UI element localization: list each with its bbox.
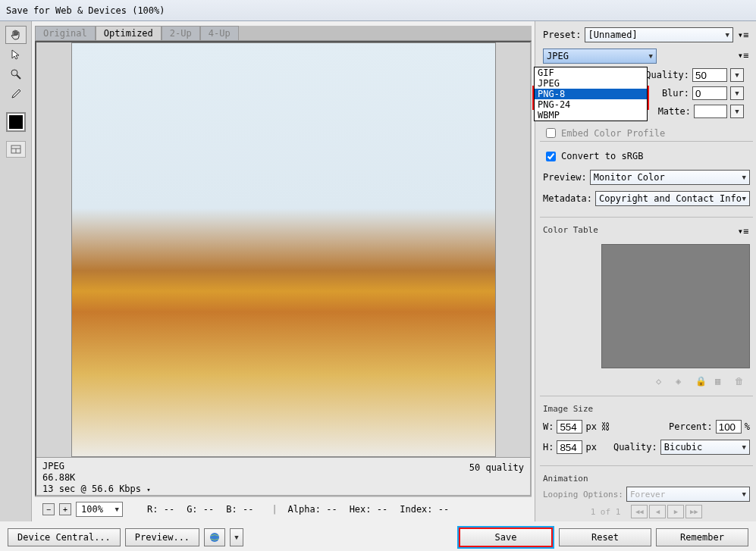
quality-input[interactable] — [692, 68, 727, 82]
svg-line-1 — [17, 75, 20, 79]
resample-combo[interactable]: Bicubic ▼ — [660, 440, 750, 455]
slices-icon — [11, 145, 21, 154]
loop-label: Looping Options: — [543, 490, 623, 499]
hand-tool[interactable] — [5, 26, 27, 44]
tab-optimized[interactable]: Optimized — [96, 26, 162, 40]
image-size-title: Image Size — [543, 404, 750, 414]
canvas-frame: JPEG 66.88K 13 sec @ 56.6 Kbps ▾ 50 qual… — [35, 41, 532, 496]
status-time: 13 sec @ 56.6 Kbps — [42, 484, 141, 494]
loop-value: Forever — [630, 490, 665, 499]
browser-preview-button[interactable] — [204, 528, 225, 546]
reset-button[interactable]: Reset — [559, 528, 651, 546]
zoom-in-button[interactable]: + — [59, 503, 71, 515]
readout-g: G: -- — [187, 504, 214, 515]
readout-b: B: -- — [226, 504, 253, 515]
embed-color-profile-checkbox[interactable] — [546, 128, 556, 138]
format-option-gif[interactable]: GIF — [535, 67, 647, 78]
hand-icon — [10, 29, 22, 41]
preview-combo[interactable]: Monitor Color ▼ — [590, 170, 750, 185]
format-option-wbmp[interactable]: WBMP — [535, 110, 647, 121]
format-combo[interactable]: JPEG ▼ — [543, 49, 657, 64]
srgb-label: Convert to sRGB — [561, 151, 643, 161]
percent-label: Percent: — [669, 421, 713, 432]
zoom-value: 100% — [81, 504, 103, 515]
readout-hex: Hex: -- — [350, 504, 388, 515]
blur-label: Blur: — [662, 88, 689, 99]
tab-4up[interactable]: 4-Up — [200, 26, 239, 40]
eyedropper-tool[interactable] — [5, 85, 27, 103]
loop-combo: Forever ▼ — [626, 487, 750, 502]
link-icon[interactable]: ⛓ — [601, 421, 610, 432]
zoom-icon — [10, 68, 22, 80]
device-central-button[interactable]: Device Central... — [8, 528, 121, 546]
ct-trash-icon: 🗑 — [735, 376, 745, 387]
colortable-flyout-icon[interactable]: ▾≡ — [736, 226, 750, 236]
status-strip: JPEG 66.88K 13 sec @ 56.6 Kbps ▾ 50 qual… — [36, 457, 530, 495]
color-table[interactable] — [601, 244, 750, 368]
format-option-png24[interactable]: PNG-24 — [535, 99, 647, 110]
pointer-icon — [10, 49, 22, 61]
chevron-down-icon: ▼ — [649, 52, 653, 60]
readout-r: R: -- — [147, 504, 174, 515]
matte-spinner[interactable]: ▼ — [730, 105, 744, 118]
eyedropper-icon — [10, 88, 22, 100]
remember-button[interactable]: Remember — [656, 528, 748, 546]
prev-frame-button: ◀ — [649, 505, 666, 518]
center-canvas-panel: Original Optimized 2-Up 4-Up JPEG 66.88K… — [32, 21, 535, 521]
status-format: JPEG — [42, 461, 151, 472]
ct-pick-icon: ◇ — [656, 376, 667, 387]
toggle-slices-button[interactable] — [6, 141, 26, 158]
width-input[interactable] — [557, 420, 582, 434]
format-dropdown-list[interactable]: GIF JPEG PNG-8 PNG-24 WBMP — [534, 67, 648, 121]
preview-button[interactable]: Preview... — [125, 528, 199, 546]
height-input[interactable] — [557, 440, 582, 454]
format-flyout-icon[interactable]: ▾≡ — [736, 50, 750, 61]
preset-flyout-icon[interactable]: ▾≡ — [736, 30, 750, 40]
next-frame-button: ▶ — [667, 505, 684, 518]
save-button[interactable]: Save — [460, 528, 552, 546]
chevron-down-icon: ▼ — [115, 506, 119, 513]
h-label: H: — [543, 442, 554, 452]
globe-icon — [209, 532, 220, 543]
zoom-combo[interactable]: 100% ▼ — [76, 502, 123, 517]
first-frame-button: ◀◀ — [631, 505, 648, 518]
info-bar: − + 100% ▼ R: -- G: -- B: -- | Alpha: --… — [35, 496, 532, 521]
window-title: Save for Web & Devices (100%) — [6, 5, 165, 16]
preview-image — [71, 42, 496, 457]
window-titlebar: Save for Web & Devices (100%) — [0, 0, 756, 21]
blur-input[interactable] — [692, 86, 727, 100]
tab-original[interactable]: Original — [35, 26, 96, 40]
metadata-combo[interactable]: Copyright and Contact Info ▼ — [595, 191, 750, 206]
zoom-tool[interactable] — [5, 65, 27, 83]
chevron-down-icon: ▼ — [742, 195, 746, 202]
embed-label: Embed Color Profile — [561, 128, 665, 139]
zoom-out-button[interactable]: − — [42, 503, 55, 515]
preview-value: Monitor Color — [594, 172, 665, 183]
quality-spinner[interactable]: ▼ — [730, 68, 744, 82]
readout-index: Index: -- — [400, 504, 449, 515]
convert-srgb-checkbox[interactable] — [546, 152, 556, 161]
format-option-jpeg[interactable]: JPEG — [535, 78, 647, 89]
quality-label: Quality: — [645, 70, 689, 80]
annotation-red-box-save: Save — [457, 526, 554, 549]
pct-sym: % — [745, 421, 750, 432]
foreground-color-swatch[interactable] — [6, 112, 26, 132]
browser-preview-menu[interactable]: ▼ — [230, 528, 243, 546]
slice-select-tool[interactable] — [5, 45, 27, 64]
preset-value: [Unnamed] — [588, 30, 638, 40]
last-frame-button: ▶▶ — [685, 505, 702, 518]
canvas-area[interactable] — [36, 42, 530, 457]
w-label: W: — [543, 421, 554, 432]
matte-label: Matte: — [658, 106, 691, 117]
preset-combo[interactable]: [Unnamed] ▼ — [585, 27, 733, 42]
chevron-down-icon: ▼ — [742, 174, 746, 181]
status-menu-icon[interactable]: ▾ — [146, 486, 150, 493]
tab-2up[interactable]: 2-Up — [162, 26, 200, 40]
blur-spinner[interactable]: ▼ — [730, 86, 744, 100]
readout-alpha: Alpha: -- — [288, 504, 337, 515]
matte-swatch[interactable] — [694, 105, 727, 118]
percent-input[interactable] — [716, 420, 742, 434]
svg-point-5 — [210, 533, 219, 542]
resample-quality-label: Quality: — [613, 442, 657, 452]
format-option-png8[interactable]: PNG-8 — [535, 89, 647, 99]
